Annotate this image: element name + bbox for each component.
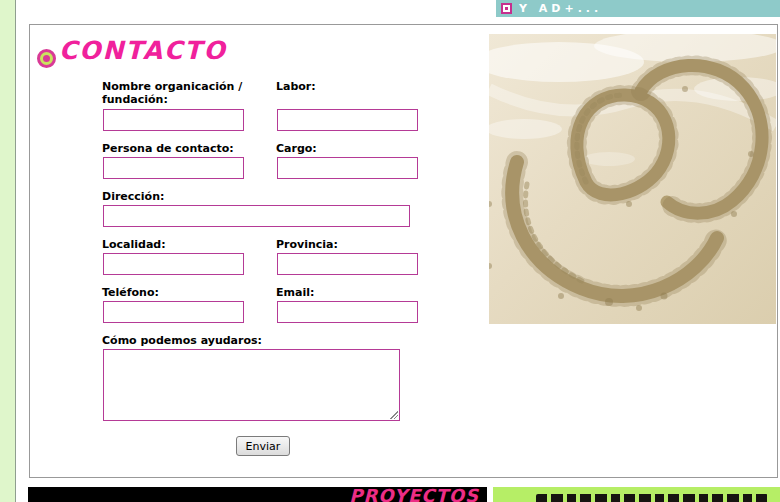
sand-at-sign-photo [489,34,776,324]
input-localidad[interactable] [103,253,244,275]
enviar-button[interactable]: Enviar [236,436,290,456]
input-nombre-organizacion[interactable] [103,109,244,131]
label-telefono: Teléfono: [102,286,272,299]
menu-item-y-ad[interactable]: Y AD+... [519,2,602,15]
input-cargo[interactable] [277,157,418,179]
input-provincia[interactable] [277,253,418,275]
proyectos-link[interactable]: PROYECTOS [349,487,487,502]
page-title: CONTACTO [59,36,227,65]
contact-panel: CONTACTO Nombre organicación / fundación… [29,24,778,478]
left-sidebar-strip [0,0,16,502]
input-persona-de-contacto[interactable] [103,157,244,179]
input-telefono[interactable] [103,301,244,323]
partially-visible-banner[interactable] [536,494,768,502]
input-labor[interactable] [277,109,418,131]
label-direccion: Dirección: [102,190,272,203]
textarea-como-podemos-ayudaros[interactable] [103,349,400,421]
green-footer-panel [493,487,780,502]
target-bullet-icon [37,49,56,68]
label-cargo: Cargo: [276,142,446,155]
top-menu-bar: Y AD+... [496,0,780,17]
proyectos-bar: PROYECTOS [28,487,487,502]
input-email[interactable] [277,301,418,323]
label-persona-de-contacto: Persona de contacto: [102,142,272,155]
label-como-podemos-ayudaros: Cómo podemos ayudaros: [102,334,322,347]
contact-page: Y AD+... CONTACTO Nombre organicación / … [0,0,780,502]
label-email: Email: [276,286,446,299]
input-direccion[interactable] [103,205,410,227]
square-bullet-icon [501,3,512,14]
label-provincia: Provincia: [276,238,446,251]
label-localidad: Localidad: [102,238,272,251]
label-labor: Labor: [276,80,446,93]
label-nombre-organizacion: Nombre organicación / fundación: [102,80,272,106]
